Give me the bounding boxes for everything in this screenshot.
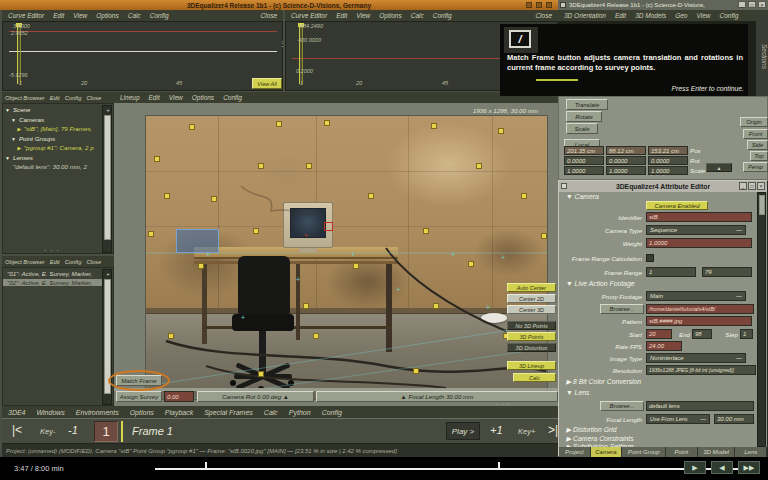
menu-edit[interactable]: Edit xyxy=(336,12,347,19)
plus-one-button[interactable]: +1 xyxy=(490,424,503,436)
menu-close[interactable]: Close xyxy=(86,95,101,101)
image-type-dropdown[interactable]: Noninterlace— xyxy=(646,353,746,363)
view-all-button[interactable]: View All xyxy=(252,78,282,89)
menu-view[interactable]: View xyxy=(169,94,183,101)
point-item-02-selected[interactable]: "02": Active, E. Survey, Marker, xyxy=(3,279,103,286)
3d-points-button[interactable]: 3D Points xyxy=(507,332,556,341)
tracking-point[interactable] xyxy=(303,303,309,309)
tracking-point[interactable] xyxy=(253,228,259,234)
pos-x-field[interactable]: 201.35 cm xyxy=(564,146,604,155)
menu-config[interactable]: Config xyxy=(65,259,82,265)
end-field[interactable]: 98 xyxy=(692,329,712,339)
pos-y-field[interactable]: 88.12 cm xyxy=(606,146,646,155)
menu-config[interactable]: Config xyxy=(65,95,82,101)
current-frame-field[interactable]: 1 xyxy=(94,421,118,442)
menu-edit[interactable]: Edit xyxy=(50,259,60,265)
key-minus-button[interactable]: Key- xyxy=(40,427,55,436)
pos-z-field[interactable]: 153.21 cm xyxy=(648,146,688,155)
step-back-icon[interactable]: ◀ xyxy=(711,461,733,474)
transform-slider[interactable]: ▲ xyxy=(706,163,732,172)
attribute-scrollbar[interactable] xyxy=(757,192,766,447)
tracking-point[interactable] xyxy=(313,333,319,339)
expand-icon[interactable]: ▶ xyxy=(17,126,21,132)
tree-item-pgroup[interactable]: ▶"pgroup #1": Camera, 2 p xyxy=(17,144,113,151)
menu-calc[interactable]: Calc xyxy=(411,12,424,19)
section-live-action-footage[interactable]: ▼ Live Action Footage xyxy=(566,280,634,287)
minimize-icon[interactable] xyxy=(526,2,532,8)
center-3d-button[interactable]: Center 3D xyxy=(507,305,556,314)
menu-object-browser[interactable]: Object Browser xyxy=(5,95,45,101)
tracking-point[interactable] xyxy=(541,233,547,239)
maximize-icon[interactable]: □ xyxy=(748,1,756,8)
footage-path-field[interactable]: /home/daniel/tutorials4/stB/ xyxy=(646,304,754,314)
weight-field[interactable]: 1.0000 xyxy=(646,238,752,248)
tracking-point[interactable] xyxy=(168,333,174,339)
tracking-point[interactable] xyxy=(521,193,527,199)
tracking-point[interactable] xyxy=(148,231,154,237)
tracking-point[interactable] xyxy=(498,128,504,134)
lens-field[interactable]: default lens xyxy=(646,401,754,411)
tracking-point[interactable] xyxy=(258,371,264,377)
tracking-point[interactable] xyxy=(154,156,160,162)
tracking-point[interactable] xyxy=(353,263,359,269)
expand-icon[interactable]: ▶ xyxy=(17,145,21,151)
left-titlebar[interactable]: 3DEqualizer4 Release 1b1 - (c) Science-D… xyxy=(0,0,558,10)
chapter-marker[interactable] xyxy=(498,462,500,469)
menu-edit[interactable]: Edit xyxy=(50,95,60,101)
key-plus-button[interactable]: Key+ xyxy=(518,427,535,436)
menu-curve-editor[interactable]: Curve Editor xyxy=(291,12,327,19)
survey-value-field[interactable]: 0.00 xyxy=(164,391,194,402)
proxy-footage-dropdown[interactable]: Main— xyxy=(646,291,746,301)
focal-mode-dropdown[interactable]: Use From Lens— xyxy=(646,414,710,424)
panel-resize-handle[interactable]: · · · xyxy=(650,172,666,179)
menu-object-browser[interactable]: Object Browser xyxy=(5,259,45,265)
tracking-point[interactable] xyxy=(164,193,170,199)
maximize-icon[interactable] xyxy=(536,2,542,8)
footage-browse-button[interactable]: Browse... xyxy=(600,304,644,314)
menu-playback[interactable]: Playback xyxy=(165,409,193,416)
close-button[interactable]: Close xyxy=(535,12,552,19)
attribute-editor-titlebar[interactable]: 3DEqualizer4 Attribute Editor _ □ × xyxy=(559,181,767,192)
panel-resize-handle[interactable]: · · · xyxy=(44,247,60,254)
scroll-plus-icon[interactable]: + xyxy=(104,270,112,278)
3d-lineup-button[interactable]: 3D Lineup xyxy=(507,361,556,370)
tracking-point[interactable] xyxy=(468,261,474,267)
point-item-01[interactable]: "01": Active, E. Survey, Marker, xyxy=(7,270,113,277)
focal-value-field[interactable]: 30.00 mm xyxy=(714,414,754,424)
calc-button[interactable]: Calc xyxy=(513,373,556,382)
no-3d-points-button[interactable]: No 3D Points xyxy=(507,321,556,330)
footage-image[interactable]: + ++++++++ xyxy=(145,115,548,400)
menu-environments[interactable]: Environments xyxy=(76,409,119,416)
menu-3de4[interactable]: 3DE4 xyxy=(8,409,26,416)
menu-lineup[interactable]: Lineup xyxy=(120,94,140,101)
tree-item-default-lens[interactable]: "default lens": 30.00 mm, 2 xyxy=(13,163,113,170)
tree-item-point-groups[interactable]: ▼Point Groups xyxy=(11,135,113,142)
view-origin-button[interactable]: Origin xyxy=(740,117,768,127)
section-lens[interactable]: ▼ Lens xyxy=(566,389,589,396)
menu-curve-editor[interactable]: Curve Editor xyxy=(8,12,44,19)
menu-view[interactable]: View xyxy=(356,12,370,19)
chapter-marker[interactable] xyxy=(205,462,207,469)
rot-x-field[interactable]: 0.0000 xyxy=(564,156,604,165)
tracking-point[interactable] xyxy=(258,163,264,169)
menu-options[interactable]: Options xyxy=(96,12,118,19)
frame-end-field[interactable]: 79 xyxy=(702,267,752,277)
tab-lens[interactable]: Lens xyxy=(735,447,767,457)
close-icon[interactable]: × xyxy=(757,182,765,190)
center-2d-button[interactable]: Center 2D xyxy=(507,294,556,303)
rate-fps-field[interactable]: 24.00 xyxy=(646,341,682,351)
menu-config[interactable]: Config xyxy=(223,94,242,101)
tracking-point[interactable] xyxy=(324,120,330,126)
auto-center-button[interactable]: Auto Center xyxy=(507,283,556,292)
menu-3d-orientation[interactable]: 3D Orientation xyxy=(564,12,606,19)
scrollbar-thumb[interactable] xyxy=(759,195,765,215)
tab-camera[interactable]: Camera xyxy=(591,447,623,457)
menu-calc[interactable]: Calc xyxy=(264,409,278,416)
expand-icon[interactable]: ▼ xyxy=(5,155,10,161)
current-frame-indicator[interactable] xyxy=(299,24,303,84)
menu-config[interactable]: Config xyxy=(719,12,738,19)
menu-config[interactable]: Config xyxy=(322,409,342,416)
expand-icon[interactable]: ▼ xyxy=(11,117,16,123)
menu-view[interactable]: View xyxy=(73,12,87,19)
scroll-plus-icon[interactable]: + xyxy=(104,106,112,114)
